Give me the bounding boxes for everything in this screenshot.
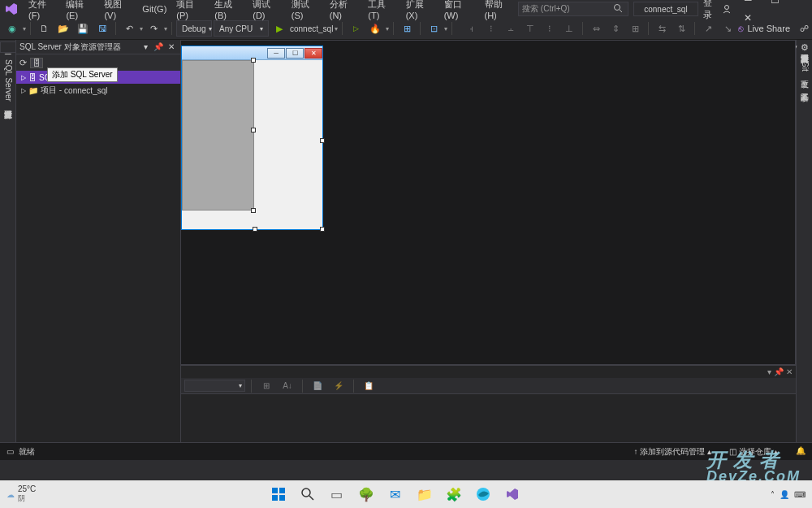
tree-node-project[interactable]: ▷ 📁 项目 - connect_sql bbox=[16, 84, 180, 97]
properties-combo[interactable]: ▾ bbox=[184, 380, 245, 392]
left-tab-sqlserver[interactable]: SQL Server 对象资源管理器 bbox=[1, 54, 15, 109]
menu-debug[interactable]: 调试(D) bbox=[248, 0, 287, 22]
menu-build[interactable]: 生成(B) bbox=[209, 0, 248, 22]
datagridview-control[interactable] bbox=[182, 60, 254, 211]
menu-file[interactable]: 文件(F) bbox=[24, 0, 61, 22]
align-bottom-icon[interactable]: ⊥ bbox=[560, 20, 578, 37]
prop-prop-icon[interactable]: 📄 bbox=[309, 377, 326, 395]
align-left-icon[interactable]: ⫞ bbox=[463, 20, 481, 37]
app-icon-1[interactable]: 🌳 bbox=[357, 485, 375, 503]
menu-analyze[interactable]: 分析(N) bbox=[325, 0, 364, 22]
align-center-icon[interactable]: ⁝ bbox=[482, 20, 500, 37]
expand-icon[interactable]: ▷ bbox=[21, 87, 26, 94]
add-server-icon[interactable]: 🗄 bbox=[30, 58, 43, 68]
size-icon-1[interactable]: ⇔ bbox=[587, 20, 605, 37]
new-file-icon[interactable]: 🗋 bbox=[35, 20, 53, 37]
order-icon-1[interactable]: ↗ bbox=[699, 20, 717, 37]
prop-event-icon[interactable]: ⚡ bbox=[330, 377, 348, 395]
main-area: 工具箱 SQL Server 对象资源管理器 SQL Server 对象资源管理… bbox=[0, 40, 812, 442]
config-combo[interactable]: Debug▾ bbox=[176, 20, 212, 37]
right-tab-diagnostics[interactable]: 诊断工具 bbox=[797, 82, 812, 92]
login-button[interactable]: 登录 bbox=[703, 0, 732, 21]
form-preview[interactable]: ─ ☐ ✕ bbox=[181, 46, 323, 230]
open-icon[interactable]: 📂 bbox=[54, 20, 72, 37]
spacing-icon-1[interactable]: ⇆ bbox=[653, 20, 671, 37]
menu-edit[interactable]: 编辑(E) bbox=[61, 0, 99, 22]
status-source-control[interactable]: ↑添加到源代码管理 ▴ bbox=[633, 446, 711, 458]
menu-window[interactable]: 窗口(W) bbox=[439, 0, 480, 22]
taskbar-search-icon[interactable] bbox=[299, 485, 317, 503]
taskview-icon[interactable]: ▭ bbox=[328, 485, 346, 503]
minimize-button[interactable]: ─ bbox=[736, 0, 760, 9]
panel-close-icon[interactable]: ✕ bbox=[166, 42, 177, 51]
panel-dropdown-icon[interactable]: ▾ bbox=[140, 42, 151, 51]
taskbar-weather[interactable]: ☁ 25°C阴 bbox=[6, 484, 36, 504]
menu-tools[interactable]: 工具(T) bbox=[363, 0, 400, 22]
vs-taskbar-icon[interactable] bbox=[503, 485, 521, 503]
size-icon-3[interactable]: ⊞ bbox=[626, 20, 644, 37]
bottom-dropdown-icon[interactable]: ▾ bbox=[767, 367, 771, 376]
hot-reload-icon[interactable]: 🔥 bbox=[366, 20, 384, 37]
status-bell-icon[interactable]: 🔔 bbox=[796, 446, 806, 458]
start-target-label[interactable]: connect_sql bbox=[290, 24, 333, 33]
menu-extensions[interactable]: 扩展(X) bbox=[401, 0, 439, 22]
menu-help[interactable]: 帮助(H) bbox=[480, 0, 519, 22]
right-tab-gitchanges[interactable]: Git 更改 bbox=[797, 56, 812, 79]
grid-handle-mid[interactable] bbox=[251, 128, 256, 132]
tray-chevron-icon[interactable]: ˄ bbox=[771, 490, 775, 499]
tray-user-icon[interactable]: 👤 bbox=[780, 490, 789, 499]
undo-icon[interactable]: ↶ bbox=[120, 20, 138, 37]
redo-icon[interactable]: ↷ bbox=[145, 20, 162, 37]
tb-icon-1[interactable]: ⊞ bbox=[398, 20, 416, 37]
start-no-debug-icon[interactable]: ▷ bbox=[347, 20, 365, 37]
menu-view[interactable]: 视图(V) bbox=[99, 0, 137, 22]
start-icon[interactable] bbox=[270, 485, 287, 503]
designer-canvas[interactable]: ─ ☐ ✕ bbox=[181, 40, 796, 365]
order-icon-2[interactable]: ↘ bbox=[719, 20, 736, 37]
maximize-button[interactable]: ☐ bbox=[762, 0, 787, 9]
save-icon[interactable]: 💾 bbox=[74, 20, 92, 37]
tray-input-icon[interactable]: ⌨ bbox=[794, 490, 806, 499]
align-middle-icon[interactable]: ⁝ bbox=[541, 20, 559, 37]
size-icon-2[interactable]: ⇕ bbox=[607, 20, 624, 37]
prop-page-icon[interactable]: 📋 bbox=[360, 377, 378, 395]
refresh-icon[interactable]: ⟳ bbox=[19, 58, 27, 68]
edge-icon[interactable] bbox=[474, 485, 492, 503]
system-tray[interactable]: ˄ 👤 ⌨ bbox=[771, 490, 806, 499]
expand-icon[interactable]: ▷ bbox=[21, 74, 26, 81]
grid-handle-top[interactable] bbox=[251, 58, 256, 63]
live-share-label[interactable]: Live Share bbox=[747, 24, 790, 33]
mail-icon[interactable]: ✉ bbox=[387, 485, 404, 503]
resize-handle-corner[interactable] bbox=[320, 227, 325, 232]
align-top-icon[interactable]: ⊤ bbox=[521, 20, 539, 37]
search-icon[interactable] bbox=[613, 3, 624, 15]
prop-cat-icon[interactable]: ⊞ bbox=[257, 377, 275, 395]
nav-back-icon[interactable]: ◉ bbox=[3, 20, 21, 37]
align-right-icon[interactable]: ⫠ bbox=[502, 20, 520, 37]
menu-git[interactable]: Git(G) bbox=[137, 2, 171, 15]
spacing-icon-2[interactable]: ⇅ bbox=[672, 20, 690, 37]
live-share-icon[interactable]: ⎋ bbox=[738, 24, 744, 33]
bottom-pin-icon[interactable]: 📌 bbox=[774, 367, 784, 376]
svg-rect-3 bbox=[272, 488, 278, 493]
status-repo[interactable]: ◫选择仓库 ▴ bbox=[729, 446, 778, 458]
app-icon-2[interactable]: 🧩 bbox=[445, 485, 463, 503]
explorer-icon[interactable]: 📁 bbox=[416, 485, 434, 503]
tb-icon-2[interactable]: ⊡ bbox=[425, 20, 443, 37]
bottom-close-icon[interactable]: ✕ bbox=[786, 367, 793, 376]
platform-combo[interactable]: Any CPU▾ bbox=[214, 20, 269, 37]
output-icon[interactable]: ▭ bbox=[6, 447, 14, 456]
prop-az-icon[interactable]: A↓ bbox=[279, 377, 296, 395]
left-tab-toolbox[interactable]: 工具箱 bbox=[0, 41, 16, 53]
start-button[interactable]: ▶ bbox=[270, 20, 288, 37]
grid-handle-bot[interactable] bbox=[251, 208, 256, 213]
feedback-icon[interactable]: ☍ bbox=[800, 24, 809, 34]
resize-handle-right[interactable] bbox=[320, 138, 325, 143]
menu-project[interactable]: 项目(P) bbox=[171, 0, 209, 22]
resize-handle-bottom[interactable] bbox=[253, 227, 257, 232]
save-all-icon[interactable]: 🖫 bbox=[93, 20, 111, 37]
menu-test[interactable]: 测试(S) bbox=[287, 0, 325, 22]
search-input[interactable]: 搜索 (Ctrl+Q) bbox=[518, 2, 628, 16]
panel-gear-icon[interactable]: ⚙ bbox=[801, 42, 809, 53]
panel-pin-icon[interactable]: 📌 bbox=[153, 42, 164, 51]
